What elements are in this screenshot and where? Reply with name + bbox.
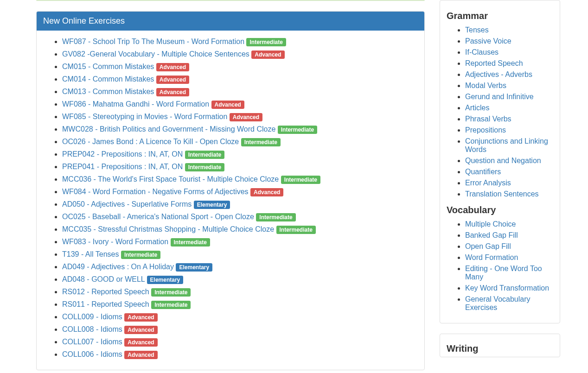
exercise-link[interactable]: PREP041 - Prepositions : IN, AT, ON [62, 163, 185, 171]
sidebar-item: Open Gap Fill [465, 242, 553, 251]
exercise-item: MCC035 - Stressful Christmas Shopping - … [62, 225, 417, 234]
sidebar-link[interactable]: Translation Sentences [465, 190, 539, 198]
exercise-link[interactable]: PREP042 - Prepositions : IN, AT, ON [62, 150, 185, 158]
exercise-item: PREP041 - Prepositions : IN, AT, ON Inte… [62, 163, 417, 171]
level-badge: Intermediate [151, 288, 191, 297]
exercise-item: OC025 - Baseball - America's National Sp… [62, 213, 417, 221]
exercise-item: AD048 - GOOD or WELL Elementary [62, 275, 417, 284]
exercise-item: AD050 - Adjectives - Superlative Forms E… [62, 200, 417, 209]
level-badge: Intermediate [171, 238, 210, 247]
exercise-link[interactable]: CM015 - Common Mistakes [62, 63, 156, 70]
level-badge: Advanced [124, 326, 157, 334]
sidebar-writing-panel: Writing [440, 334, 560, 357]
exercise-link[interactable]: MCC036 - The World's First Space Tourist… [62, 175, 281, 183]
sidebar-link[interactable]: Modal Verbs [465, 82, 506, 89]
level-badge: Advanced [211, 101, 244, 109]
sidebar-link[interactable]: Gerund and Infinitive [465, 93, 534, 101]
exercise-item: CM013 - Common Mistakes Advanced [62, 88, 417, 96]
level-badge: Advanced [251, 51, 284, 59]
sidebar-link[interactable]: Adjectives - Adverbs [465, 70, 532, 78]
exercise-item: RS011 - Reported Speech Intermediate [62, 300, 417, 309]
level-badge: Advanced [230, 113, 262, 121]
exercise-link[interactable]: COLL008 - Idioms [62, 325, 124, 333]
exercise-link[interactable]: RS012 - Reported Speech [62, 288, 151, 296]
exercise-list: WF087 - School Trip To The Museum - Word… [44, 38, 417, 359]
sidebar-link[interactable]: Open Gap Fill [465, 242, 511, 250]
sidebar-link[interactable]: Error Analysis [465, 179, 511, 187]
level-badge: Intermediate [278, 126, 317, 134]
exercise-item: GV082 -General Vocabulary - Multiple Cho… [62, 50, 417, 59]
exercise-link[interactable]: AD049 - Adjectives : On A Holiday [62, 263, 176, 271]
sidebar-item: Question and Negation [465, 157, 553, 165]
sidebar-item: Word Formation [465, 253, 553, 262]
sidebar-item: If-Clauses [465, 48, 553, 57]
exercise-link[interactable]: COLL006 - Idioms [62, 350, 124, 358]
sidebar-item: Quantifiers [465, 168, 553, 176]
level-badge: Intermediate [246, 38, 286, 46]
exercise-link[interactable]: COLL007 - Idioms [62, 338, 124, 346]
sidebar-link[interactable]: General Vocabulary Exercises [465, 295, 530, 311]
exercise-link[interactable]: AD048 - GOOD or WELL [62, 275, 147, 283]
sidebar-link[interactable]: If-Clauses [465, 48, 499, 56]
level-badge: Advanced [124, 313, 157, 322]
exercise-link[interactable]: RS011 - Reported Speech [62, 300, 151, 308]
sidebar-link[interactable]: Question and Negation [465, 157, 541, 164]
sidebar-link[interactable]: Key Word Transformation [465, 284, 549, 292]
exercise-link[interactable]: MCC035 - Stressful Christmas Shopping - … [62, 225, 276, 233]
sidebar-categories-panel: Grammar TensesPassive VoiceIf-ClausesRep… [440, 0, 560, 323]
level-badge: Advanced [124, 338, 157, 347]
exercise-link[interactable]: CM014 - Common Mistakes [62, 75, 156, 83]
exercise-item: WF087 - School Trip To The Museum - Word… [62, 38, 417, 46]
sidebar-item: Tenses [465, 26, 553, 34]
sidebar-link[interactable]: Tenses [465, 26, 489, 34]
level-badge: Elementary [194, 201, 230, 209]
exercise-item: WF084 - Word Formation - Negative Forms … [62, 188, 417, 196]
vocabulary-heading: Vocabulary [447, 205, 553, 215]
sidebar-link[interactable]: Quantifiers [465, 168, 501, 176]
exercise-link[interactable]: WF083 - Ivory - Word Formation [62, 238, 171, 246]
exercise-item: RS012 - Reported Speech Intermediate [62, 288, 417, 297]
exercise-link[interactable]: OC026 - James Bond : A Licence To Kill -… [62, 138, 241, 145]
level-badge: Intermediate [276, 226, 316, 234]
level-badge: Intermediate [121, 251, 160, 259]
exercise-link[interactable]: MWC028 - British Politics and Government… [62, 125, 278, 133]
sidebar-link[interactable]: Articles [465, 104, 489, 112]
level-badge: Intermediate [241, 138, 281, 146]
exercise-link[interactable]: CM013 - Common Mistakes [62, 88, 156, 95]
exercise-link[interactable]: GV082 -General Vocabulary - Multiple Cho… [62, 50, 251, 58]
exercise-link[interactable]: WF086 - Mahatma Gandhi - Word Formation [62, 100, 211, 108]
top-divider [36, 0, 425, 1]
sidebar-item: Phrasal Verbs [465, 115, 553, 123]
sidebar-link[interactable]: Editing - One Word Too Many [465, 265, 542, 281]
sidebar-link[interactable]: Banked Gap Fill [465, 231, 518, 239]
exercise-item: WF083 - Ivory - Word Formation Intermedi… [62, 238, 417, 247]
exercise-link[interactable]: WF087 - School Trip To The Museum - Word… [62, 38, 246, 45]
exercise-item: PREP042 - Prepositions : IN, AT, ON Inte… [62, 150, 417, 159]
sidebar-link[interactable]: Phrasal Verbs [465, 115, 511, 123]
sidebar-link[interactable]: Prepositions [465, 126, 506, 134]
sidebar-item: Multiple Choice [465, 220, 553, 228]
level-badge: Elementary [176, 263, 212, 272]
sidebar-item: Modal Verbs [465, 82, 553, 90]
exercise-link[interactable]: WF085 - Stereotyping in Movies - Word Fo… [62, 113, 230, 120]
sidebar-link[interactable]: Reported Speech [465, 59, 523, 67]
sidebar-link[interactable]: Conjunctions and Linking Words [465, 137, 548, 153]
exercise-item: T139 - All Tenses Intermediate [62, 250, 417, 259]
exercise-item: COLL007 - Idioms Advanced [62, 338, 417, 347]
exercise-item: OC026 - James Bond : A Licence To Kill -… [62, 138, 417, 146]
grammar-heading: Grammar [447, 11, 553, 21]
sidebar-item: Conjunctions and Linking Words [465, 137, 553, 154]
sidebar-item: Editing - One Word Too Many [465, 265, 553, 281]
sidebar-link[interactable]: Multiple Choice [465, 220, 516, 228]
exercise-link[interactable]: T139 - All Tenses [62, 250, 121, 258]
exercise-item: WF085 - Stereotyping in Movies - Word Fo… [62, 113, 417, 121]
sidebar-link[interactable]: Passive Voice [465, 37, 511, 45]
sidebar-item: Adjectives - Adverbs [465, 70, 553, 79]
exercise-link[interactable]: OC025 - Baseball - America's National Sp… [62, 213, 256, 221]
sidebar-item: General Vocabulary Exercises [465, 295, 553, 312]
exercise-link[interactable]: COLL009 - Idioms [62, 313, 124, 321]
exercise-link[interactable]: AD050 - Adjectives - Superlative Forms [62, 200, 194, 208]
exercise-link[interactable]: WF084 - Word Formation - Negative Forms … [62, 188, 250, 196]
level-badge: Advanced [156, 76, 189, 84]
sidebar-link[interactable]: Word Formation [465, 253, 518, 261]
